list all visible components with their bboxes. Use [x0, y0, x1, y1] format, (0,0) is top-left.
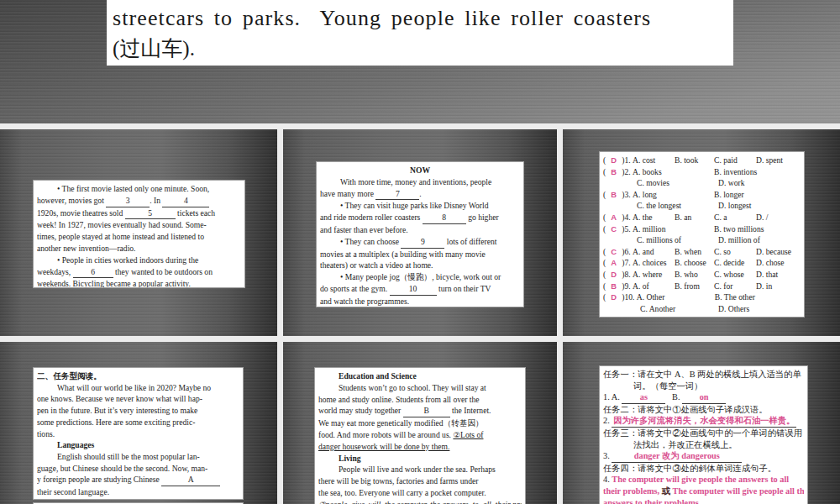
- text-segment: What will our world be like in 2020? May…: [57, 383, 211, 392]
- text-line: and ride modern roller coasters 8 go hig…: [320, 212, 520, 224]
- text-segment: People will live and work under the sea.…: [339, 465, 496, 474]
- text-segment: world may study together: [318, 406, 403, 415]
- slide-thumbnail-1[interactable]: • The first movie lasted only one minute…: [0, 129, 277, 336]
- slide-content-box: • The first movie lasted only one minute…: [33, 180, 245, 288]
- text-segment: 任务四：请将文中③处的斜体单词连成句子。: [603, 464, 776, 473]
- text-segment: )5.: [622, 224, 633, 234]
- text-line: (B)3. A. longB. longer: [603, 189, 801, 201]
- text-line: 任务三：请将文中②处画线句中的一个单词的错误用: [603, 428, 804, 439]
- option-cell: A. Other: [637, 291, 715, 303]
- text-line: (D)1. A. costB. tookC. paidD. spent: [603, 155, 801, 166]
- text-segment: do sports at the gym.: [320, 284, 390, 293]
- text-line: 法找出，并改正在横线上。: [603, 439, 804, 451]
- text-line: Living: [318, 453, 522, 465]
- text-line: guage, but Chinese should be the second.…: [37, 463, 239, 475]
- option-cell: C. the longest: [637, 200, 718, 212]
- answer-letter: D: [607, 155, 620, 166]
- text-line: and faster than ever before.: [320, 224, 520, 236]
- text-line: (B)2. A. booksB. inventions: [603, 166, 801, 178]
- text-line: there will be big towns, factories and f…: [318, 475, 522, 487]
- text-line: another new invention—radio.: [37, 243, 241, 255]
- text-segment: their second language.: [37, 487, 109, 496]
- text-segment: (: [603, 292, 606, 302]
- text-line: • They can choose 9 lots of different: [320, 236, 520, 249]
- text-line: week! In 1927, movies eventually had sou…: [37, 219, 241, 231]
- text-segment: movies at a multiplex (a building with m…: [320, 249, 486, 259]
- slide-thumbnail-6[interactable]: 任务一：请在文中 A、B 两处的横线上填入适当的单词。（每空一词）1. A. a…: [563, 342, 840, 504]
- option-cell: D. chose: [756, 257, 785, 269]
- text-line: 4. The computer will give people the ans…: [603, 474, 804, 486]
- slide-sorter-view: streetcars to parks. Young people like r…: [0, 0, 840, 504]
- answer-blank: 因为许多河流将消失，水会变得和石油一样贵。: [612, 415, 796, 428]
- slide-content-box: Education and ScienceStudents won’t go t…: [314, 367, 526, 504]
- text-segment: B.: [665, 392, 682, 402]
- text-segment: (: [603, 258, 606, 267]
- heading-text: Education and Science: [339, 371, 417, 381]
- text-line: pen in the future. But it’s very interes…: [37, 405, 239, 417]
- text-line: 1920s, movie theatres sold 5 tickets eac…: [37, 207, 241, 220]
- option-cell: C. a: [714, 212, 756, 223]
- text-line: weekends. Bicycling became a popular act…: [37, 278, 241, 288]
- text-segment: 1. A.: [603, 392, 622, 402]
- option-cell: D. Others: [718, 303, 749, 315]
- text-segment: • They can visit huge parks like Disney …: [340, 201, 489, 210]
- slide-thumbnail-4[interactable]: 二、任务型阅读。What will our world be like in 2…: [0, 342, 277, 504]
- text-segment: . In: [150, 196, 162, 205]
- text-line: 词。（每空一词）: [603, 381, 804, 392]
- option-cell: A. cost: [633, 155, 675, 166]
- text-segment: (: [603, 167, 606, 176]
- answer-letter: B: [607, 281, 620, 292]
- text-segment: tickets each: [176, 208, 215, 218]
- option-cell: A. of: [633, 281, 675, 292]
- text-segment: however, movies got: [37, 196, 106, 205]
- text-segment: lots of different: [444, 237, 496, 246]
- text-line: Students won’t go to school. They will s…: [318, 382, 522, 394]
- current-slide-preview[interactable]: streetcars to parks. Young people like r…: [0, 0, 840, 123]
- text-line: 2. 因为许多河流将消失，水会变得和石油一样贵。: [603, 415, 804, 428]
- text-segment: weekdays,: [37, 267, 73, 276]
- answer-text: The computer will give people the answer…: [612, 475, 789, 484]
- slide-thumbnail-3[interactable]: (D)1. A. costB. tookC. paidD. spent(B)2.…: [563, 129, 840, 336]
- text-line: • People in cities worked indoors during…: [37, 255, 241, 266]
- text-line: answers to their problems.: [603, 497, 804, 504]
- text-line: ③people, give, will, the computer, the a…: [318, 499, 522, 504]
- option-cell: A. million: [633, 223, 714, 235]
- text-segment: )8.: [622, 270, 633, 279]
- option-cell: C. millions of: [637, 234, 718, 246]
- text-line: • Many people jog（慢跑）, bicycle, work out…: [320, 271, 520, 283]
- option-cell: D. longest: [718, 200, 751, 212]
- text-segment: )6.: [622, 247, 633, 256]
- text-segment: )9.: [622, 281, 633, 291]
- text-line: 任务四：请将文中③处的斜体单词连成句子。: [603, 463, 804, 475]
- slide-text-line-1: streetcars to parks. Young people like r…: [113, 3, 733, 34]
- option-cell: D. that: [756, 269, 778, 281]
- text-line: • The first movie lasted only one minute…: [37, 183, 241, 195]
- option-cell: A. books: [633, 166, 714, 178]
- text-line: do sports at the gym. 10 turn on their T…: [320, 283, 520, 296]
- text-line: • They can visit huge parks like Disney …: [320, 200, 520, 212]
- heading-text: Languages: [57, 440, 94, 449]
- text-segment: 3.: [603, 451, 612, 460]
- slide-content-box: (D)1. A. costB. tookC. paidD. spent(B)2.…: [599, 151, 805, 318]
- slide-thumbnail-2[interactable]: NOWWith more time, money and inventions,…: [283, 129, 557, 336]
- answer-letter: B: [607, 166, 620, 178]
- text-line: Education and Science: [318, 370, 522, 382]
- text-line: 3. danger 改为 dangerous: [603, 450, 804, 463]
- text-segment: )3.: [622, 190, 633, 199]
- text-line: (D)8. A. whereB. whoC. whoseD. that: [603, 269, 801, 281]
- option-cell: A. choices: [633, 257, 675, 269]
- slide-text-line-2: (过山车).: [113, 34, 733, 64]
- slide-thumbnail-5[interactable]: Education and ScienceStudents won’t go t…: [283, 342, 557, 504]
- text-line: tions.: [37, 428, 239, 440]
- option-cell: B. two millions: [714, 223, 764, 235]
- text-line: 1. A. as B. on: [603, 391, 804, 404]
- answer-text: The computer will give people all the: [670, 486, 804, 496]
- text-segment: 词。（每空一词）: [633, 381, 702, 391]
- text-line: C. AnotherD. Others: [603, 303, 801, 315]
- text-line: (D)10. A. OtherB. The other: [603, 291, 801, 303]
- text-line: C. moviesD. work: [603, 177, 801, 189]
- blank-field: 4: [162, 195, 209, 207]
- option-cell: D. million of: [718, 234, 760, 246]
- text-segment: Students won’t go to school. They will s…: [339, 383, 486, 392]
- text-segment: have many more: [320, 189, 375, 198]
